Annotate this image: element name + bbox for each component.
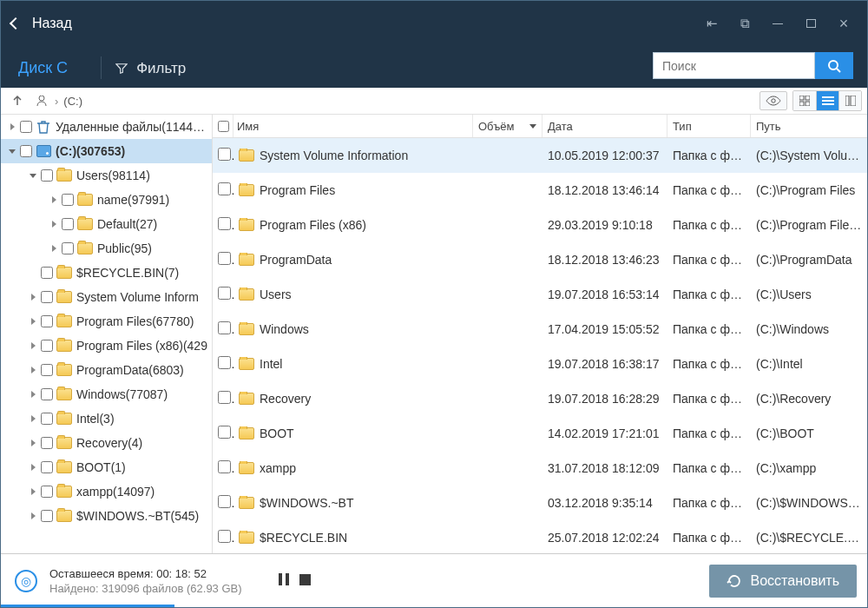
tree-panel[interactable]: Удаленные файлы(1144…(C:)(307653)Users(9… [1,115,213,553]
tree-item[interactable]: ProgramData(6803) [1,358,212,382]
tree-item[interactable]: Public(95) [1,236,212,261]
tree-checkbox[interactable] [41,510,53,522]
file-row[interactable]: ProgramData18.12.2018 13:46:23Папка с фа… [213,242,867,277]
back-button[interactable]: Назад [11,16,72,31]
row-checkbox[interactable] [218,356,231,369]
up-button[interactable] [6,90,29,111]
chevron-right-icon[interactable] [48,196,60,203]
column-type[interactable]: Тип [667,115,751,137]
close-button[interactable]: × [827,10,860,36]
tree-item[interactable]: Intel(3) [1,406,212,431]
tree-item[interactable]: $RECYCLE.BIN(7) [1,261,212,285]
file-rows[interactable]: System Volume Information10.05.2019 12:0… [213,138,867,553]
chevron-down-icon[interactable] [6,149,18,154]
tree-checkbox[interactable] [41,340,53,352]
chevron-right-icon[interactable] [27,512,39,519]
tree-checkbox[interactable] [20,145,32,157]
tree-item[interactable]: name(97991) [1,188,212,212]
tab-disk-c[interactable]: Диск C [18,59,82,88]
column-date[interactable]: Дата [542,115,667,137]
view-grid-button[interactable] [793,91,816,110]
search-button[interactable] [815,52,853,79]
chevron-right-icon[interactable] [27,318,39,325]
tree-item[interactable]: System Volume Inform [1,285,212,309]
tree-checkbox[interactable] [62,242,74,254]
column-size[interactable]: Объём [473,115,542,137]
column-checkbox[interactable] [213,115,233,137]
file-row[interactable]: Intel19.07.2018 16:38:17Папка с фай…(C:)… [213,347,867,381]
tree-item[interactable]: Users(98114) [1,163,212,188]
file-row[interactable]: Recovery19.07.2018 16:28:29Папка с фай…(… [213,381,867,416]
tree-item[interactable]: Удаленные файлы(1144… [1,115,212,139]
row-checkbox[interactable] [218,287,231,300]
file-row[interactable]: Users19.07.2018 16:53:14Папка с фай…(C:)… [213,277,867,312]
tree-checkbox[interactable] [41,291,53,303]
chevron-right-icon[interactable] [6,123,18,130]
column-path[interactable]: Путь [751,115,867,137]
stop-button[interactable] [299,573,311,589]
tree-checkbox[interactable] [41,486,53,498]
tree-item[interactable]: Default(27) [1,212,212,236]
tree-checkbox[interactable] [41,169,53,182]
row-checkbox[interactable] [218,252,231,265]
pause-button[interactable] [279,573,289,589]
view-detail-button[interactable] [838,91,861,110]
view-list-button[interactable] [816,91,838,110]
file-row[interactable]: $RECYCLE.BIN25.07.2018 12:02:24Папка с ф… [213,520,867,553]
chevron-right-icon[interactable] [48,221,60,228]
tree-checkbox[interactable] [41,315,53,327]
tree-checkbox[interactable] [20,121,32,133]
file-row[interactable]: System Volume Information10.05.2019 12:0… [213,138,867,173]
row-checkbox[interactable] [218,495,231,508]
chevron-right-icon[interactable] [27,391,39,398]
tree-item[interactable]: BOOT(1) [1,455,212,479]
chevron-right-icon[interactable] [27,439,39,446]
chevron-right-icon[interactable] [27,367,39,373]
tree-item[interactable]: Recovery(4) [1,431,212,455]
tree-item[interactable]: xampp(14097) [1,479,212,504]
row-checkbox[interactable] [218,460,231,473]
file-row[interactable]: $WINDOWS.~BT03.12.2018 9:35:14Папка с фа… [213,486,867,520]
row-checkbox[interactable] [218,321,231,334]
tree-checkbox[interactable] [41,437,53,449]
row-checkbox[interactable] [218,182,231,195]
chevron-down-icon[interactable] [27,174,39,178]
tree-item[interactable]: (C:)(307653) [1,139,212,163]
tree-checkbox[interactable] [41,461,53,473]
file-row[interactable]: Program Files18.12.2018 13:46:14Папка с … [213,173,867,208]
path-text[interactable]: (C:) [63,95,82,108]
column-name[interactable]: Имя [233,115,473,137]
tree-checkbox[interactable] [41,413,53,425]
chevron-right-icon[interactable] [27,294,39,301]
tree-checkbox[interactable] [62,194,74,206]
tree-item[interactable]: Windows(77087) [1,382,212,406]
tree-item[interactable]: Program Files(67780) [1,309,212,334]
select-all-checkbox[interactable] [218,121,229,132]
preview-button[interactable] [760,91,787,110]
minimize-button[interactable] [761,10,794,36]
recover-button[interactable]: Восстановить [709,565,857,598]
chevron-right-icon[interactable] [48,245,60,252]
tree-checkbox[interactable] [41,388,53,400]
tree-checkbox[interactable] [41,364,53,376]
file-row[interactable]: BOOT14.02.2019 17:21:01Папка с фай…(C:)\… [213,416,867,451]
file-row[interactable]: xampp31.07.2018 18:12:09Папка с фай…(C:)… [213,451,867,486]
chevron-right-icon[interactable] [27,488,39,495]
row-checkbox[interactable] [218,426,231,439]
pin-button[interactable]: ⇤ [695,10,728,36]
maximize-button[interactable] [794,10,827,36]
row-checkbox[interactable] [218,530,231,543]
file-row[interactable]: Program Files (x86)29.03.2019 9:10:18Пап… [213,208,867,242]
chevron-right-icon[interactable] [27,415,39,422]
filter-button[interactable]: Фильтр [115,60,186,88]
row-checkbox[interactable] [218,391,231,404]
tree-item[interactable]: $WINDOWS.~BT(545) [1,504,212,528]
restore-button[interactable]: ⧉ [728,10,761,36]
tree-checkbox[interactable] [62,218,74,230]
row-checkbox[interactable] [218,148,231,161]
row-checkbox[interactable] [218,217,231,230]
file-row[interactable]: Windows17.04.2019 15:05:52Папка с фай…(C… [213,312,867,347]
tree-checkbox[interactable] [41,267,53,279]
tree-item[interactable]: Program Files (x86)(429 [1,334,212,358]
chevron-right-icon[interactable] [27,342,39,349]
